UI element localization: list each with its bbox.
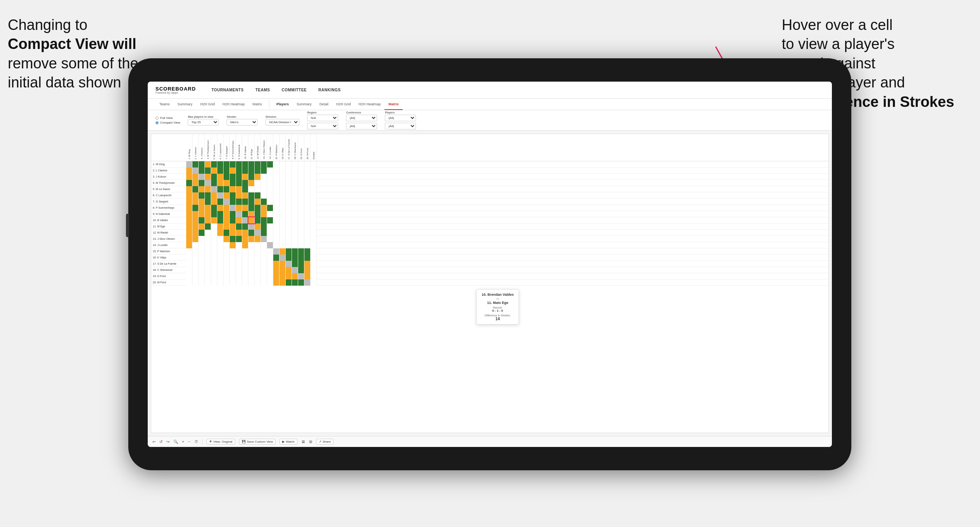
cell-1-20[interactable]	[304, 161, 311, 168]
tab-players-detail[interactable]: Detail	[316, 99, 332, 110]
cell-3-15[interactable]	[273, 174, 280, 180]
cell-20-16[interactable]	[280, 279, 286, 286]
cell-17-10[interactable]	[242, 261, 248, 267]
cell-15-3[interactable]	[199, 248, 205, 255]
cell-7-8[interactable]	[230, 199, 236, 205]
tab-teams[interactable]: Teams	[155, 99, 174, 110]
forward-icon[interactable]: ↪	[166, 440, 169, 444]
cell-9-18[interactable]	[292, 211, 298, 217]
cell-18-15[interactable]	[273, 267, 280, 273]
cell-19-16[interactable]	[280, 273, 286, 279]
cell-4-12[interactable]	[255, 180, 261, 186]
cell-18-3[interactable]	[199, 267, 205, 273]
cell-12-3[interactable]	[199, 230, 205, 236]
cell-5-13[interactable]	[261, 186, 267, 192]
cell-8-8[interactable]	[230, 205, 236, 211]
cell-2-8[interactable]	[230, 168, 236, 174]
cell-20-6[interactable]	[217, 279, 224, 286]
cell-8-20[interactable]	[304, 205, 311, 211]
cell-3-20[interactable]	[304, 174, 311, 180]
cell-7-18[interactable]	[292, 199, 298, 205]
cell-15-12[interactable]	[255, 248, 261, 255]
cell-2-2[interactable]	[192, 168, 199, 174]
cell-10-4[interactable]	[205, 217, 211, 223]
cell-18-4[interactable]	[205, 267, 211, 273]
cell-20-9[interactable]	[236, 279, 242, 286]
cell-19-18[interactable]	[292, 273, 298, 279]
cell-3-2[interactable]	[192, 174, 199, 180]
cell-3-5[interactable]	[211, 174, 217, 180]
cell-10-20[interactable]	[304, 217, 311, 223]
cell-20-15[interactable]	[273, 279, 280, 286]
cell-7-4[interactable]	[205, 199, 211, 205]
cell-17-15[interactable]	[273, 261, 280, 267]
cell-8-1[interactable]	[186, 205, 192, 211]
cell-15-11[interactable]	[248, 248, 255, 255]
watch-button[interactable]: ▶ Watch	[280, 439, 297, 445]
cell-4-15[interactable]	[273, 180, 280, 186]
cell-11-2[interactable]	[192, 223, 199, 230]
cell-19-14[interactable]	[267, 273, 273, 279]
cell-13-15[interactable]	[273, 236, 280, 242]
cell-12-17[interactable]	[286, 230, 292, 236]
cell-20-5[interactable]	[211, 279, 217, 286]
cell-2-11[interactable]	[248, 168, 255, 174]
cell-13-12[interactable]	[255, 236, 261, 242]
cell-6-1[interactable]	[186, 192, 192, 199]
cell-9-6[interactable]	[217, 211, 224, 217]
cell-10-16[interactable]	[280, 217, 286, 223]
cell-5-18[interactable]	[292, 186, 298, 192]
select-region-1[interactable]: N/A	[307, 115, 338, 121]
cell-15-18[interactable]	[292, 248, 298, 255]
cell-8-9[interactable]	[236, 205, 242, 211]
cell-3-3[interactable]	[199, 174, 205, 180]
cell-4-3[interactable]	[199, 180, 205, 186]
select-region-2[interactable]: N/A	[307, 123, 338, 129]
cell-9-20[interactable]	[304, 211, 311, 217]
cell-13-5[interactable]	[211, 236, 217, 242]
cell-11-7[interactable]	[224, 223, 230, 230]
cell-13-2[interactable]	[192, 236, 199, 242]
cell-18-1[interactable]	[186, 267, 192, 273]
share-button[interactable]: ↗ Share	[316, 439, 334, 445]
cell-12-7[interactable]	[224, 230, 230, 236]
cell-10-9[interactable]	[236, 217, 242, 223]
cell-8-18[interactable]	[292, 205, 298, 211]
screen-icon[interactable]: 🖥	[301, 440, 305, 444]
cell-6-9[interactable]	[236, 192, 242, 199]
cell-9-1[interactable]	[186, 211, 192, 217]
cell-18-20[interactable]	[304, 267, 311, 273]
cell-8-4[interactable]	[205, 205, 211, 211]
cell-11-17[interactable]	[286, 223, 292, 230]
cell-6-15[interactable]	[273, 192, 280, 199]
cell-4-18[interactable]	[292, 180, 298, 186]
cell-16-7[interactable]	[224, 255, 230, 261]
cell-8-13[interactable]	[261, 205, 267, 211]
cell-15-7[interactable]	[224, 248, 230, 255]
cell-19-21[interactable]	[311, 273, 317, 279]
cell-5-7[interactable]	[224, 186, 230, 192]
cell-4-6[interactable]	[217, 180, 224, 186]
cell-1-15[interactable]	[273, 161, 280, 168]
cell-5-3[interactable]	[199, 186, 205, 192]
cell-10-18[interactable]	[292, 217, 298, 223]
cell-9-12[interactable]	[255, 211, 261, 217]
cell-1-8[interactable]	[230, 161, 236, 168]
cell-9-8[interactable]	[230, 211, 236, 217]
cell-9-21[interactable]	[311, 211, 317, 217]
cell-19-4[interactable]	[205, 273, 211, 279]
cell-14-6[interactable]	[217, 242, 224, 248]
cell-3-11[interactable]	[248, 174, 255, 180]
cell-10-19[interactable]	[298, 217, 304, 223]
cell-15-16[interactable]	[280, 248, 286, 255]
cell-4-19[interactable]	[298, 180, 304, 186]
cell-14-16[interactable]	[280, 242, 286, 248]
cell-5-19[interactable]	[298, 186, 304, 192]
cell-4-20[interactable]	[304, 180, 311, 186]
cell-20-8[interactable]	[230, 279, 236, 286]
cell-16-3[interactable]	[199, 255, 205, 261]
cell-4-9[interactable]	[236, 180, 242, 186]
cell-16-8[interactable]	[230, 255, 236, 261]
cell-15-20[interactable]	[304, 248, 311, 255]
tab-players-summary[interactable]: Summary	[293, 99, 316, 110]
